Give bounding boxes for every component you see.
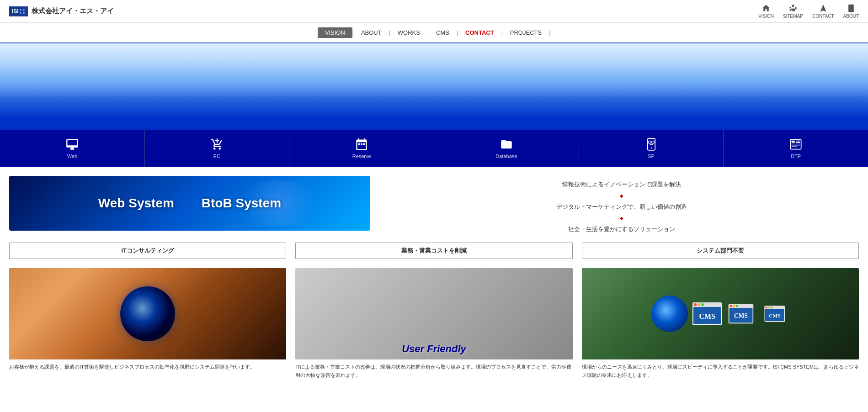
hero-tile-ec[interactable]: EC [145, 130, 290, 167]
hero-tile-database-label: Database [495, 153, 517, 159]
nav-item-projects[interactable]: PROJECTS [503, 27, 549, 38]
svg-rect-5 [358, 143, 360, 145]
top-icon-contact[interactable]: CONTACT [812, 4, 834, 19]
svg-rect-3 [849, 7, 853, 8]
category-1: ITコンサルティング [9, 243, 286, 259]
card-2: User Friendly ITによる業務・営業コストの改善は、現場の状況の把握… [295, 268, 572, 379]
folder-icon [500, 138, 513, 151]
middle-section: Web System BtoB System 情報技術によるイノベーションで課題… [9, 176, 859, 233]
dtp-icon [789, 138, 802, 151]
nav-item-works[interactable]: WORKS [390, 27, 427, 38]
hero-banner: Web EC Reserve Database SP [0, 43, 868, 167]
diamond-icon-1: ◆ [620, 193, 623, 198]
hero-tile-ec-label: EC [213, 153, 220, 159]
svg-point-9 [650, 148, 651, 148]
svg-rect-2 [849, 6, 853, 7]
cms-box-3: CMS [764, 306, 784, 322]
cms-text-3: CMS [769, 313, 780, 319]
svg-point-11 [651, 141, 654, 143]
left-banner: Web System BtoB System [9, 176, 370, 231]
card-1-image [9, 268, 286, 359]
right-line-2: デジタル・マーケティングで、新しい価値の創造 [384, 203, 859, 211]
top-icon-vision-label: VISION [758, 14, 774, 19]
user-friendly-text: User Friendly [402, 343, 466, 355]
logo-text: ISI [12, 8, 19, 15]
hero-tile-database[interactable]: Database [434, 130, 579, 167]
hero-tile-reserve-label: Reserve [352, 153, 371, 159]
top-icon-contact-label: CONTACT [812, 14, 834, 19]
nav-link-projects[interactable]: PROJECTS [503, 27, 549, 38]
card-2-desc: ITによる業務・営業コストの改善は、現場の状況の把握分析から取り組みます。現場の… [295, 363, 572, 379]
svg-rect-13 [792, 141, 795, 143]
cms-box-2: CMS [729, 304, 753, 324]
svg-point-10 [648, 141, 651, 143]
svg-rect-14 [796, 141, 800, 142]
svg-rect-7 [363, 143, 365, 145]
hero-clouds [0, 43, 868, 98]
hero-tile-dtp-label: DTP [791, 153, 801, 159]
top-icon-about[interactable]: ABOUT [843, 4, 859, 19]
card-1: お客様が抱える課題を、最適のIT技術を駆使しビジネスプロセスの効率化を視野にシス… [9, 268, 286, 379]
nav-link-about[interactable]: ABOUT [354, 27, 389, 38]
category-3: システム部門不要 [582, 243, 859, 259]
card-2-image: User Friendly [295, 268, 572, 359]
globe-1 [651, 296, 688, 332]
nav-item-about[interactable]: ABOUT [354, 27, 389, 38]
sp-icon [645, 138, 658, 151]
nav-link-vision[interactable]: VISION [318, 27, 352, 38]
top-icon-about-label: ABOUT [843, 14, 859, 19]
cms-text-2: CMS [734, 312, 748, 319]
cms-box-1: CMS [692, 302, 722, 325]
card-3: CMS CMS CMS [582, 268, 859, 379]
top-icon-vision[interactable]: VISION [758, 4, 774, 19]
main-content: Web System BtoB System 情報技術によるイノベーションで課題… [0, 167, 868, 388]
diamond-2: ◆ [384, 216, 859, 221]
calendar-icon [355, 138, 368, 151]
hero-tile-sp[interactable]: SP [579, 130, 724, 167]
banner-text2: BtoB System [202, 196, 281, 211]
right-line-1-text: 情報技術によるイノベーションで課題を解決 [562, 180, 681, 189]
banner-text: Web System BtoB System [98, 196, 281, 211]
nav-item-vision[interactable]: VISION [318, 27, 352, 38]
top-icons: VISION SITEMAP CONTACT ABOUT [758, 4, 859, 19]
cms-title-bar-3 [764, 306, 784, 309]
header: ISI 株式会社アイ・エス・アイ VISION SITEMAP CONTACT … [0, 0, 868, 23]
right-text: 情報技術によるイノベーションで課題を解決 ◆ デジタル・マーケティングで、新しい… [384, 176, 859, 233]
card-3-desc: 現場からのニーズを迅速にくみとり、現場にスピーディに導入することが重要です。IS… [582, 363, 859, 379]
cms-title-bar-1 [692, 302, 722, 307]
logo-box: ISI [9, 6, 28, 16]
logo-dots [20, 9, 25, 14]
cards: お客様が抱える課題を、最適のIT技術を駆使しビジネスプロセスの効率化を視野にシス… [9, 268, 859, 379]
hero-tile-web[interactable]: Web [0, 130, 145, 167]
logo-area: ISI 株式会社アイ・エス・アイ [9, 6, 114, 16]
top-icon-sitemap-label: SITEMAP [783, 14, 803, 19]
right-line-3-text: 社会・生活を豊かにするソリューション [568, 225, 675, 233]
right-line-2-text: デジタル・マーケティングで、新しい価値の創造 [556, 203, 687, 211]
cms-title-bar-2 [729, 304, 753, 308]
categories: ITコンサルティング 業務・営業コストを削減 システム部門不要 [9, 243, 859, 259]
hero-tile-web-label: Web [67, 153, 77, 159]
svg-rect-4 [849, 9, 852, 10]
nav-item-cms[interactable]: CMS [429, 27, 457, 38]
svg-rect-16 [792, 144, 800, 144]
svg-rect-17 [792, 145, 800, 145]
svg-rect-0 [792, 5, 794, 6]
nav-link-contact[interactable]: CONTACT [458, 27, 501, 38]
svg-rect-18 [792, 146, 797, 147]
top-icon-sitemap[interactable]: SITEMAP [783, 4, 803, 19]
hero-tiles: Web EC Reserve Database SP [0, 130, 868, 167]
diamond-1: ◆ [384, 193, 859, 198]
right-line-1: 情報技術によるイノベーションで課題を解決 [384, 180, 859, 189]
monitor-icon [66, 138, 79, 151]
hero-tile-dtp[interactable]: DTP [724, 130, 868, 167]
nav-link-works[interactable]: WORKS [390, 27, 427, 38]
main-nav: VISION | ABOUT | WORKS | CMS | CONTACT |… [0, 23, 868, 43]
hero-tile-reserve[interactable]: Reserve [289, 130, 434, 167]
card-3-image: CMS CMS CMS [582, 268, 859, 359]
banner-text1: Web System [98, 196, 174, 211]
svg-rect-6 [361, 143, 362, 145]
nav-item-contact[interactable]: CONTACT [458, 27, 501, 38]
svg-rect-15 [796, 142, 800, 143]
nav-link-cms[interactable]: CMS [429, 27, 457, 38]
cms-text-1: CMS [699, 312, 715, 321]
